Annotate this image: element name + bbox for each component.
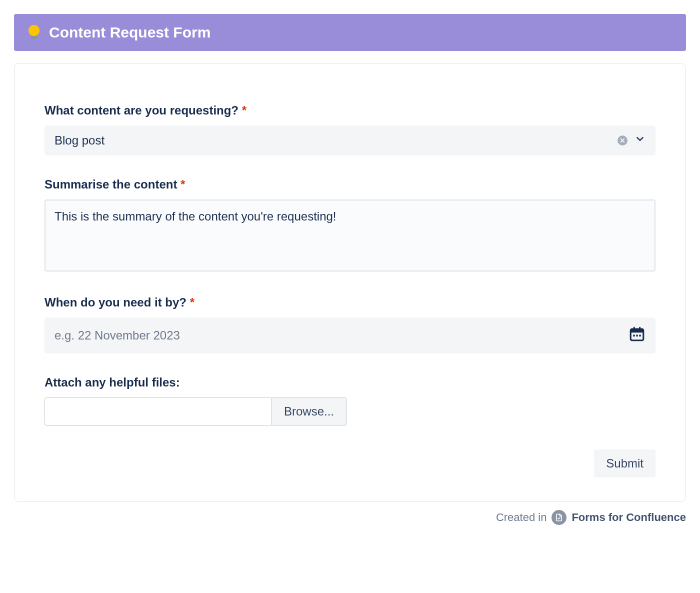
due-date-input[interactable] [54, 328, 628, 342]
forms-badge-icon [552, 510, 566, 525]
chevron-down-icon[interactable] [634, 134, 646, 148]
form-header: Content Request Form [14, 14, 686, 51]
footer: Created in Forms for Confluence [14, 510, 686, 525]
submit-row: Submit [44, 450, 656, 478]
form-title: Content Request Form [49, 24, 210, 41]
calendar-icon[interactable] [628, 326, 646, 346]
required-mark: * [242, 104, 246, 117]
required-mark: * [190, 296, 194, 309]
svg-rect-6 [639, 334, 641, 336]
file-picker: Browse... [44, 398, 346, 426]
svg-rect-5 [636, 334, 638, 336]
form-card: What content are you requesting? * Blog … [14, 63, 686, 502]
svg-rect-4 [633, 334, 635, 336]
summary-label: Summarise the content * [44, 178, 656, 192]
content-type-select[interactable]: Blog post ✕ [44, 126, 656, 156]
summary-field: Summarise the content * [44, 178, 656, 274]
file-path-display [44, 398, 272, 426]
label-text: Summarise the content [44, 178, 177, 191]
required-mark: * [180, 178, 185, 191]
footer-product[interactable]: Forms for Confluence [572, 511, 686, 524]
browse-button[interactable]: Browse... [272, 398, 346, 426]
svg-rect-2 [634, 327, 635, 330]
label-text: When do you need it by? [44, 296, 186, 309]
content-type-label: What content are you requesting? * [44, 104, 656, 118]
due-date-input-wrap[interactable] [44, 318, 656, 354]
content-type-field: What content are you requesting? * Blog … [44, 104, 656, 156]
due-date-label: When do you need it by? * [44, 296, 656, 310]
svg-rect-1 [630, 329, 644, 332]
footer-created-in: Created in [496, 511, 547, 524]
due-date-field: When do you need it by? * [44, 296, 656, 354]
label-text: What content are you requesting? [44, 104, 238, 117]
summary-textarea[interactable] [44, 200, 656, 272]
svg-rect-3 [639, 327, 640, 330]
lightbulb-icon [28, 25, 40, 40]
submit-button[interactable]: Submit [594, 450, 656, 478]
attachments-field: Attach any helpful files: Browse... [44, 376, 656, 426]
clear-selection-icon[interactable]: ✕ [618, 136, 628, 146]
select-value: Blog post [54, 134, 610, 148]
attachments-label: Attach any helpful files: [44, 376, 656, 390]
